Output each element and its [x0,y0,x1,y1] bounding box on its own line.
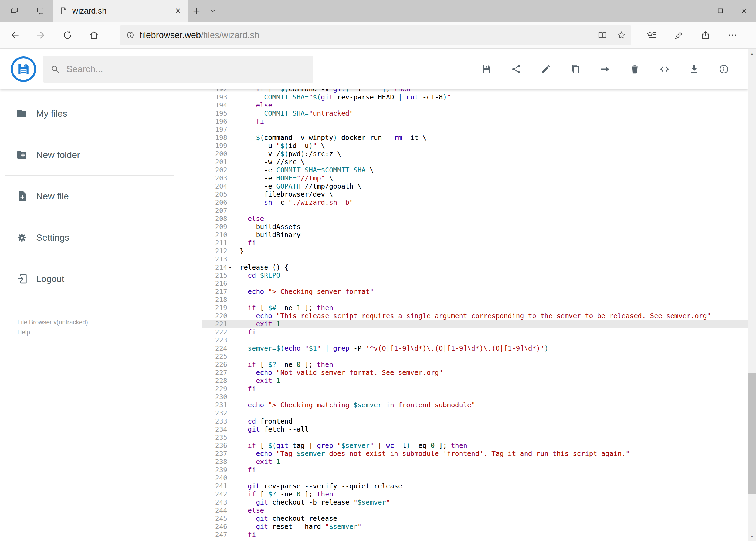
reading-view-button[interactable] [597,29,609,41]
code-line-202[interactable]: 202 -e COMMIT_SHA=$COMMIT_SHA \ [202,166,748,174]
search-input[interactable] [66,64,310,74]
forward-button[interactable] [35,29,47,41]
browser-tab[interactable]: wizard.sh × [53,0,188,22]
code-line-239[interactable]: 239 fi [202,466,748,474]
code-line-222[interactable]: 222 fi [202,328,748,336]
code-line-210[interactable]: 210 buildBinary [202,231,748,239]
set-tabs-aside-button[interactable] [7,0,22,22]
settings-and-more-button[interactable] [726,29,739,42]
code-line-224[interactable]: 224 semver=$(echo "$1" | grep -P '^v(0|[… [202,344,748,352]
code-line-209[interactable]: 209 buildAssets [202,223,748,231]
refresh-button[interactable] [62,29,73,41]
scroll-up-button[interactable]: ▲ [748,49,756,58]
share-button[interactable] [510,63,522,75]
sidebar-item-my-files[interactable]: My files [0,93,202,134]
code-line-218[interactable]: 218 [202,296,748,304]
code-line-240[interactable]: 240 [202,474,748,482]
code-editor[interactable]: 192 if [ "$(command -v git)" != "" ]; th… [202,89,748,541]
web-note-button[interactable] [672,29,685,42]
help-link[interactable]: Help [17,327,88,337]
code-line-235[interactable]: 235 [202,433,748,442]
site-info-icon[interactable] [126,31,135,39]
filebrowser-logo[interactable] [11,56,36,82]
code-line-228[interactable]: 228 exit 1 [202,377,748,385]
tab-preview-chevron-button[interactable] [205,0,220,22]
code-line-217[interactable]: 217 echo "> Checking semver format" [202,287,748,296]
scrollbar-thumb[interactable] [748,373,756,494]
code-line-230[interactable]: 230 [202,393,748,401]
code-line-225[interactable]: 225 [202,352,748,360]
fold-gutter[interactable]: ▾ [227,264,240,271]
code-line-236[interactable]: 236 if [ $(git tag | grep "$semver" | wc… [202,442,748,450]
copy-button[interactable] [569,63,582,75]
code-line-192[interactable]: 192 if [ "$(command -v git)" != "" ]; th… [202,89,748,93]
code-line-227[interactable]: 227 echo "Not valid semver format. See s… [202,369,748,377]
sidebar-item-new-folder[interactable]: New folder [0,134,202,175]
code-line-238[interactable]: 238 exit 1 [202,458,748,466]
raw-code-button[interactable] [658,63,671,75]
code-line-199[interactable]: 199 -u "$(id -u)" \ [202,142,748,150]
code-line-204[interactable]: 204 -e GOPATH=//tmp/gopath \ [202,182,748,191]
code-line-226[interactable]: 226 if [ $? -ne 0 ]; then [202,360,748,369]
code-line-211[interactable]: 211 fi [202,239,748,247]
code-line-223[interactable]: 223 [202,336,748,344]
new-tab-button[interactable]: + [188,0,205,22]
code-line-198[interactable]: 198 $(command -v winpty) docker run --rm… [202,134,748,142]
code-line-195[interactable]: 195 COMMIT_SHA="untracked" [202,109,748,118]
code-line-203[interactable]: 203 -e HOME="//tmp" \ [202,174,748,182]
code-line-201[interactable]: 201 -w //src \ [202,158,748,166]
info-button[interactable] [718,63,730,75]
code-line-215[interactable]: 215 cd $REPO [202,271,748,279]
rename-button[interactable] [540,63,552,75]
maximize-button[interactable] [708,0,732,22]
code-line-244[interactable]: 244 else [202,506,748,515]
back-button[interactable] [9,29,20,41]
code-line-241[interactable]: 241 git rev-parse --verify --quiet relea… [202,482,748,490]
minimize-button[interactable] [685,0,708,22]
code-line-196[interactable]: 196 fi [202,118,748,126]
search-box[interactable] [43,56,313,83]
share-page-button[interactable] [699,29,712,42]
hub-button[interactable] [645,29,658,42]
code-line-212[interactable]: 212} [202,247,748,255]
code-line-193[interactable]: 193 COMMIT_SHA="$(git rev-parse HEAD | c… [202,93,748,101]
code-line-214[interactable]: 214▾release () { [202,264,748,271]
code-line-247[interactable]: 247 fi [202,531,748,539]
sidebar-item-new-file[interactable]: New file [0,176,202,217]
code-line-229[interactable]: 229 fi [202,385,748,393]
code-line-237[interactable]: 237 echo "Tag $semver does not exist in … [202,450,748,458]
code-line-245[interactable]: 245 git checkout release [202,515,748,523]
tab-close-icon[interactable]: × [173,6,182,16]
close-window-button[interactable] [732,0,756,22]
code-line-219[interactable]: 219 if [ $# -ne 1 ]; then [202,304,748,312]
code-line-231[interactable]: 231 echo "> Checking matching $semver in… [202,401,748,409]
code-line-234[interactable]: 234 git fetch --all [202,425,748,433]
code-line-243[interactable]: 243 git checkout -b release "$semver" [202,498,748,506]
move-button[interactable] [599,63,611,75]
code-line-216[interactable]: 216 [202,279,748,287]
code-line-197[interactable]: 197 [202,126,748,134]
sidebar-item-settings[interactable]: Settings [0,217,202,258]
delete-button[interactable] [629,63,641,75]
sidebar-item-logout[interactable]: Logout [0,258,202,299]
code-line-220[interactable]: 220 echo "This release script requires a… [202,312,748,320]
code-line-233[interactable]: 233 cd frontend [202,417,748,425]
code-line-221[interactable]: 221 exit 1 [202,320,748,328]
code-line-246[interactable]: 246 git reset --hard "$semver" [202,523,748,531]
address-bar[interactable]: filebrowser.web/files/wizard.sh [120,25,631,45]
add-favorite-button[interactable] [616,29,627,41]
page-scrollbar[interactable]: ▲ ▼ [748,49,756,541]
code-line-232[interactable]: 232 [202,409,748,417]
home-button[interactable] [88,29,100,41]
code-line-206[interactable]: 206 sh -c "./wizard.sh -b" [202,199,748,207]
code-line-194[interactable]: 194 else [202,101,748,109]
code-line-208[interactable]: 208 else [202,215,748,223]
code-line-200[interactable]: 200 -v /$(pwd):/src:z \ [202,150,748,158]
code-line-213[interactable]: 213 [202,255,748,264]
scroll-down-button[interactable]: ▼ [748,532,756,541]
download-button[interactable] [688,63,700,75]
save-button[interactable] [480,63,493,75]
code-line-205[interactable]: 205 filebrowser/dev \ [202,191,748,199]
code-line-207[interactable]: 207 [202,207,748,215]
code-line-242[interactable]: 242 if [ $? -ne 0 ]; then [202,490,748,498]
